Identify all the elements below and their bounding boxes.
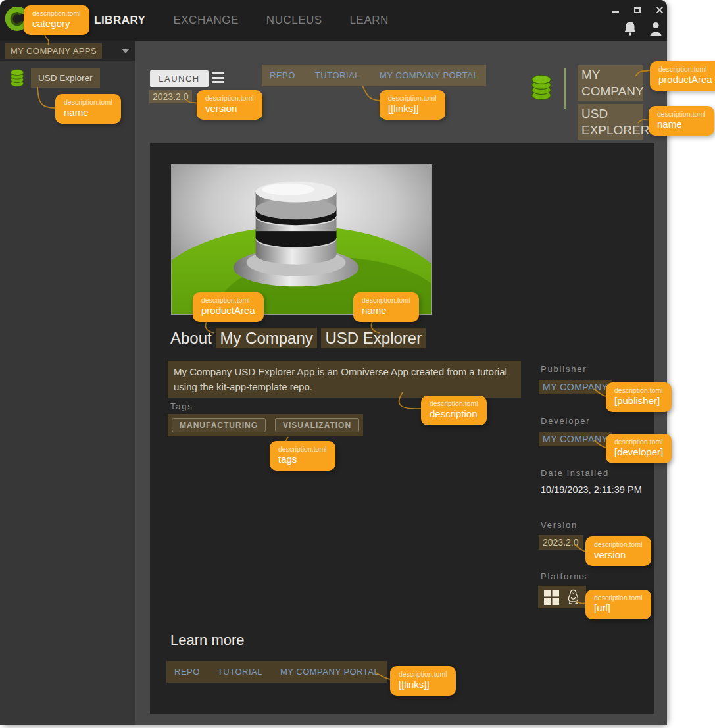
platforms-label: Platforms bbox=[541, 571, 587, 581]
notifications-bell-icon[interactable] bbox=[622, 20, 638, 38]
version-label: Version bbox=[541, 520, 578, 530]
about-heading-product-area: My Company bbox=[216, 328, 316, 348]
annotation-callout-product-area-image: description.toml productArea bbox=[193, 292, 264, 322]
sidebar bbox=[0, 61, 135, 725]
close-icon[interactable] bbox=[655, 5, 664, 14]
linux-platform-icon bbox=[566, 589, 580, 605]
maximize-icon[interactable] bbox=[633, 5, 642, 14]
annotation-callout-tags: description.toml tags bbox=[270, 441, 335, 471]
annotation-callout-developer: description.toml [developer] bbox=[606, 434, 672, 463]
tags-label: Tags bbox=[170, 402, 193, 411]
database-icon bbox=[530, 72, 553, 103]
nav-tab-library[interactable]: LIBRARY bbox=[94, 14, 145, 27]
developer-label: Developer bbox=[541, 416, 590, 426]
app-title-product-area: MY COMPANY bbox=[578, 65, 643, 101]
nav-tab-exchange[interactable]: EXCHANGE bbox=[173, 14, 238, 27]
header-divider bbox=[564, 68, 566, 109]
publisher-label: Publisher bbox=[541, 364, 587, 374]
annotation-callout-product-area-header: description.toml productArea bbox=[650, 61, 715, 91]
tag-visualization[interactable]: VISUALIZATION bbox=[275, 418, 359, 432]
header-links: REPO TUTORIAL MY COMPANY PORTAL bbox=[262, 65, 486, 86]
learn-more-heading: Learn more bbox=[170, 632, 245, 649]
app-title: MY COMPANY USD EXPLORER bbox=[578, 65, 643, 143]
app-description: My Company USD Explorer App is an Omnive… bbox=[168, 361, 521, 398]
about-heading-prefix: About bbox=[170, 329, 212, 347]
menu-hamburger-icon[interactable] bbox=[212, 72, 225, 83]
date-installed-label: Date installed bbox=[541, 468, 609, 478]
annotation-callout-category: description.toml category bbox=[24, 5, 89, 35]
collection-dropdown[interactable]: MY COMPANY APPS bbox=[0, 41, 135, 61]
sidebar-item-label: USD Explorer bbox=[31, 68, 100, 88]
minimize-icon[interactable] bbox=[610, 5, 620, 14]
publisher-link[interactable]: MY COMPANY bbox=[539, 380, 612, 394]
window-controls bbox=[610, 5, 664, 14]
link-tutorial[interactable]: TUTORIAL bbox=[315, 70, 360, 80]
database-icon bbox=[9, 68, 25, 88]
link-my-company-portal[interactable]: MY COMPANY PORTAL bbox=[380, 70, 478, 80]
version-value: 2023.2.0 bbox=[539, 535, 583, 550]
annotation-callout-publisher: description.toml [publisher] bbox=[606, 382, 672, 412]
app-title-name: USD EXPLORER bbox=[578, 104, 643, 140]
developer-link[interactable]: MY COMPANY bbox=[539, 432, 612, 446]
nav-tab-learn[interactable]: LEARN bbox=[350, 14, 389, 27]
annotation-callout-name-image: description.toml name bbox=[353, 292, 419, 322]
platforms-row bbox=[538, 586, 586, 608]
annotation-callout-version-header: description.toml version bbox=[197, 90, 262, 120]
page: LIBRARY EXCHANGE NUCLEUS LEARN MY COMPAN… bbox=[0, 0, 715, 728]
about-heading: About My Company USD Explorer bbox=[170, 329, 426, 348]
annotation-callout-name-header: description.toml name bbox=[649, 106, 714, 136]
launch-button[interactable]: LAUNCH bbox=[150, 70, 209, 87]
chevron-down-icon bbox=[122, 49, 130, 53]
annotation-callout-url: description.toml [url] bbox=[585, 590, 651, 619]
tags-row: MANUFACTURING VISUALIZATION bbox=[168, 414, 363, 436]
collection-label: MY COMPANY APPS bbox=[5, 43, 102, 59]
date-installed-value: 10/19/2023, 2:11:39 PM bbox=[541, 484, 642, 495]
link-repo[interactable]: REPO bbox=[270, 70, 295, 80]
tag-manufacturing[interactable]: MANUFACTURING bbox=[172, 418, 266, 432]
annotation-callout-name-sidebar: description.toml name bbox=[55, 94, 121, 124]
learn-more-links: REPO TUTORIAL MY COMPANY PORTAL bbox=[166, 661, 387, 683]
titlebar-icons bbox=[622, 20, 663, 38]
header-version: 2023.2.0 bbox=[149, 90, 192, 103]
about-heading-name: USD Explorer bbox=[321, 328, 426, 348]
link-my-company-portal[interactable]: MY COMPANY PORTAL bbox=[280, 667, 379, 677]
windows-platform-icon bbox=[544, 590, 559, 605]
sidebar-item-usd-explorer[interactable]: USD Explorer bbox=[9, 68, 100, 88]
annotation-callout-description: description.toml description bbox=[421, 396, 487, 425]
annotation-callout-links-header: description.toml [[links]] bbox=[380, 90, 445, 120]
link-tutorial[interactable]: TUTORIAL bbox=[218, 667, 262, 677]
annotation-callout-links-bottom: description.toml [[links]] bbox=[390, 666, 456, 696]
top-nav: LIBRARY EXCHANGE NUCLEUS LEARN bbox=[94, 0, 389, 41]
annotation-callout-version: description.toml version bbox=[585, 536, 651, 566]
nav-tab-nucleus[interactable]: NUCLEUS bbox=[266, 14, 322, 27]
link-repo[interactable]: REPO bbox=[174, 667, 200, 677]
user-account-icon[interactable] bbox=[649, 21, 663, 37]
